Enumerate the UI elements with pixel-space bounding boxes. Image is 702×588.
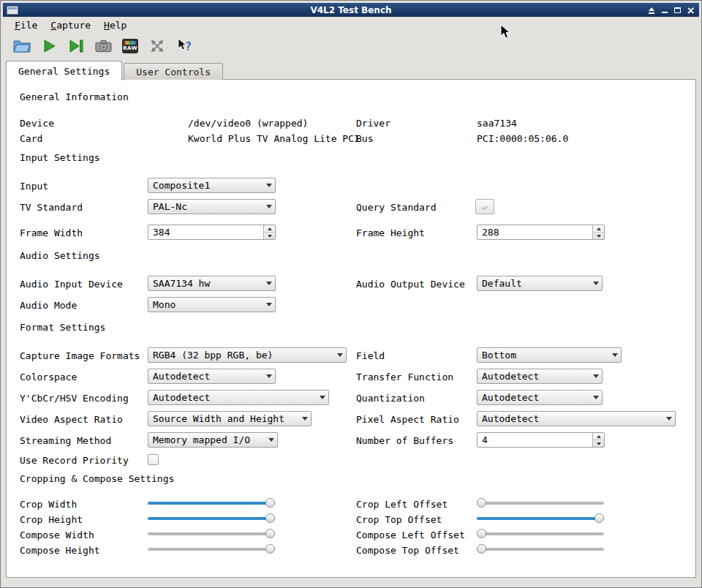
crop-width-slider[interactable] <box>148 497 275 509</box>
number-of-buffers-label: Number of Buffers <box>356 435 453 446</box>
number-of-buffers-spinbox[interactable]: 4 <box>477 432 605 448</box>
open-device-button[interactable] <box>12 37 31 56</box>
crop-height-slider[interactable] <box>148 513 275 524</box>
tab-user-controls[interactable]: User Controls <box>124 63 223 80</box>
capture-frames-button[interactable] <box>67 37 86 56</box>
title-bar[interactable]: V4L2 Test Bench × <box>3 3 699 17</box>
compose-height-slider[interactable] <box>148 543 275 555</box>
tab-user-controls-label: User Controls <box>136 67 211 78</box>
snapshot-button[interactable] <box>94 37 113 56</box>
crop-width-label: Crop Width <box>20 499 77 510</box>
show-frames-button[interactable] <box>148 37 167 56</box>
compose-width-label: Compose Width <box>20 529 94 540</box>
slider-fill <box>477 517 604 520</box>
frame-width-spinbox[interactable]: 384 <box>148 225 276 240</box>
video-aspect-select[interactable]: Source Width and Height <box>148 411 312 426</box>
audio-output-device-select[interactable]: Default <box>477 276 603 291</box>
frame-width-value: 384 <box>148 225 263 239</box>
tv-standard-select[interactable]: PAL-Nc <box>148 199 276 214</box>
input-select[interactable]: Composite1 <box>148 178 276 193</box>
section-title-general-information: General Information <box>20 91 129 102</box>
spin-up-icon[interactable] <box>264 225 275 232</box>
colorspace-value: Autodetect <box>148 371 263 382</box>
audio-input-device-label: Audio Input Device <box>20 279 123 290</box>
query-standard-button[interactable]: ↵ <box>475 199 494 214</box>
tv-standard-select-value: PAL-Nc <box>148 201 263 212</box>
help-cursor-icon: ? <box>176 38 192 54</box>
crop-top-offset-slider[interactable] <box>477 513 604 524</box>
slider-handle[interactable] <box>265 513 275 523</box>
slider-handle[interactable] <box>265 529 275 538</box>
shade-icon <box>649 7 654 11</box>
field-select[interactable]: Bottom <box>477 347 622 363</box>
encoding-label: Y'CbCr/HSV Encoding <box>20 393 129 404</box>
capture-format-label: Capture Image Formats <box>20 350 140 361</box>
driver-label: Driver <box>356 118 390 129</box>
compose-left-offset-slider[interactable] <box>477 528 604 540</box>
chevron-down-icon <box>663 417 675 421</box>
start-capturing-button[interactable] <box>39 37 58 56</box>
spin-up-icon[interactable] <box>593 225 604 232</box>
slider-handle[interactable] <box>477 529 486 538</box>
audio-output-device-value: Default <box>478 278 589 289</box>
crop-left-offset-slider[interactable] <box>477 497 604 509</box>
transfer-function-value: Autodetect <box>478 371 589 382</box>
minimize-button[interactable] <box>659 4 670 15</box>
slider-handle[interactable] <box>595 513 604 523</box>
crop-left-offset-label: Crop Left Offset <box>356 499 448 510</box>
slider-handle[interactable] <box>477 544 486 554</box>
transfer-function-select[interactable]: Autodetect <box>477 369 603 384</box>
use-record-priority-checkbox[interactable] <box>148 454 159 465</box>
streaming-method-select[interactable]: Memory mapped I/O <box>148 432 278 448</box>
frame-height-spinbox[interactable]: 288 <box>477 225 605 240</box>
slider-handle[interactable] <box>265 544 275 554</box>
svg-text:?: ? <box>185 40 192 53</box>
pixel-aspect-value: Autodetect <box>478 413 663 424</box>
maximize-button[interactable] <box>672 4 683 15</box>
compose-top-offset-slider[interactable] <box>477 543 604 555</box>
whats-this-button[interactable]: ? <box>175 37 194 56</box>
slider-track <box>477 532 604 535</box>
raw-icon-label: RAW <box>123 45 137 52</box>
colorspace-select[interactable]: Autodetect <box>148 369 276 384</box>
audio-mode-label: Audio Mode <box>20 300 77 311</box>
spin-down-icon[interactable] <box>593 440 604 447</box>
frame-width-label: Frame Width <box>20 227 83 238</box>
section-title-format-settings: Format Settings <box>20 322 105 333</box>
menu-help[interactable]: Help <box>97 18 133 32</box>
slider-track <box>148 532 275 535</box>
pixel-aspect-label: Pixel Aspect Ratio <box>356 414 459 425</box>
chevron-down-icon <box>263 374 275 378</box>
query-standard-label: Query Standard <box>356 202 437 213</box>
device-label: Device <box>20 118 54 129</box>
crop-height-label: Crop Height <box>20 514 83 525</box>
pixel-aspect-select[interactable]: Autodetect <box>477 411 676 426</box>
compose-width-slider[interactable] <box>148 528 275 540</box>
open-folder-icon <box>13 39 31 53</box>
spin-buttons[interactable] <box>263 225 275 239</box>
audio-mode-select[interactable]: Mono <box>148 297 276 312</box>
spin-down-icon[interactable] <box>593 232 604 239</box>
quantization-select[interactable]: Autodetect <box>477 390 603 405</box>
spin-down-icon[interactable] <box>264 232 275 239</box>
card-label: Card <box>20 133 42 144</box>
slider-handle[interactable] <box>477 498 486 508</box>
chevron-down-icon <box>333 353 346 357</box>
audio-output-device-label: Audio Output Device <box>356 279 465 290</box>
raw-icon: RAW <box>122 39 138 53</box>
chevron-down-icon <box>265 438 277 442</box>
spin-up-icon[interactable] <box>593 433 604 440</box>
audio-input-device-select[interactable]: SAA7134 hw <box>148 276 276 291</box>
spin-buttons[interactable] <box>592 225 604 239</box>
menu-capture[interactable]: Capture <box>44 18 97 32</box>
spin-buttons[interactable] <box>592 433 604 447</box>
encoding-select[interactable]: Autodetect <box>148 390 329 405</box>
save-raw-button[interactable]: RAW <box>121 37 140 56</box>
menu-file[interactable]: File <box>8 18 44 32</box>
capture-format-select[interactable]: RGB4 (32 bpp RGB, be) <box>148 347 347 363</box>
close-button[interactable]: × <box>685 4 696 15</box>
device-value: /dev/video0 (wrapped) <box>188 118 308 129</box>
shade-button[interactable] <box>646 4 657 15</box>
slider-handle[interactable] <box>265 498 275 508</box>
tab-general-settings[interactable]: General Settings <box>6 61 122 80</box>
